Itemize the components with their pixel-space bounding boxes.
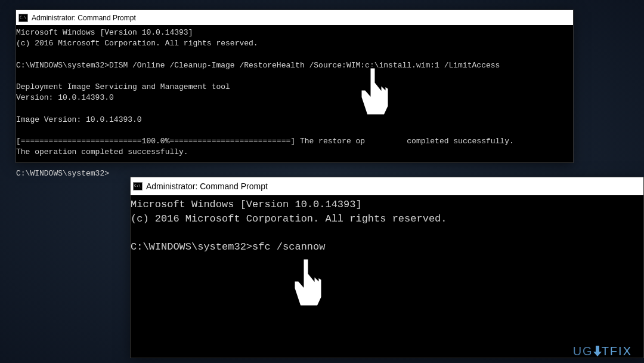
line: The operation completed successfully. — [16, 147, 188, 156]
window-title: Administrator: Command Prompt — [32, 14, 136, 22]
line: Deployment Image Servicing and Managemen… — [16, 82, 230, 91]
titlebar[interactable]: Administrator: Command Prompt — [16, 10, 573, 25]
titlebar[interactable]: Administrator: Command Prompt — [131, 177, 643, 195]
cmd-icon — [18, 14, 28, 22]
watermark-text-1: UG — [573, 344, 593, 358]
line: (c) 2016 Microsoft Corporation. All righ… — [16, 39, 258, 48]
line: (c) 2016 Microsoft Corporation. All righ… — [131, 213, 447, 224]
line: Version: 10.0.14393.0 — [16, 93, 114, 102]
line: Microsoft Windows [Version 10.0.14393] — [16, 28, 193, 37]
arrow-down-icon — [593, 346, 602, 356]
cmd-icon — [133, 182, 143, 190]
line: C:\WINDOWS\system32>DISM /Online /Cleanu… — [16, 61, 500, 70]
cmd-window-sfc[interactable]: Administrator: Command Prompt Microsoft … — [130, 177, 644, 358]
window-title: Administrator: Command Prompt — [146, 182, 268, 191]
terminal-output[interactable]: Microsoft Windows [Version 10.0.14393] (… — [16, 25, 573, 162]
watermark-text-2: TFIX — [602, 344, 632, 358]
terminal-output[interactable]: Microsoft Windows [Version 10.0.14393] (… — [131, 195, 643, 358]
line: Image Version: 10.0.14393.0 — [16, 115, 142, 124]
line: Microsoft Windows [Version 10.0.14393] — [131, 199, 362, 210]
line: [==========================100.0%=======… — [16, 137, 514, 146]
line: C:\WINDOWS\system32> — [16, 169, 109, 178]
cmd-window-dism[interactable]: Administrator: Command Prompt Microsoft … — [16, 10, 574, 163]
watermark-ugetfix: UGTFIX — [573, 344, 632, 358]
line: C:\WINDOWS\system32>sfc /scannow — [131, 241, 325, 253]
